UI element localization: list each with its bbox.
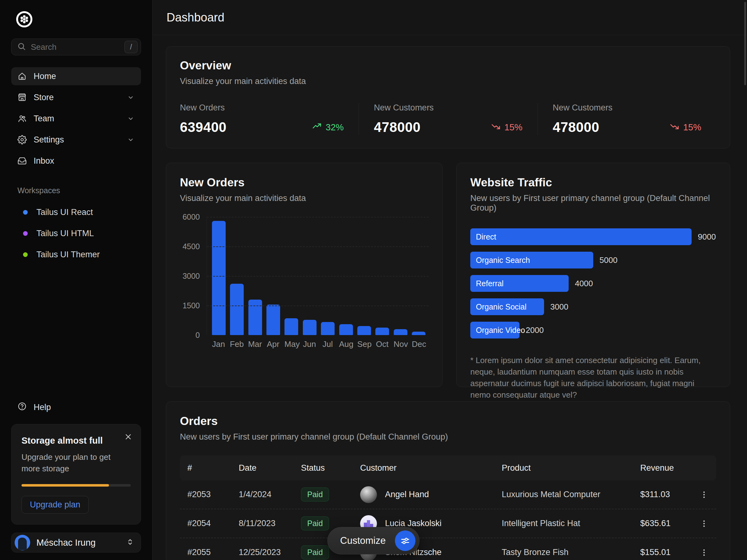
- workspace-label: Tailus UI HTML: [36, 229, 94, 238]
- y-tick-label: 4500: [182, 242, 200, 251]
- stat-new-orders: New Orders 639400 32%: [180, 103, 359, 135]
- gridline: [207, 305, 429, 306]
- stat-value: 478000: [374, 119, 420, 135]
- x-tick-label: Jan: [212, 340, 225, 349]
- x-tick-label: Sep: [357, 340, 371, 349]
- chart-bar[interactable]: [230, 284, 244, 335]
- order-date: 8/11/2023: [239, 518, 301, 528]
- sidebar-item-home[interactable]: Home: [11, 67, 141, 85]
- row-menu-icon[interactable]: [687, 548, 709, 557]
- workspace-dot-purple: [23, 231, 28, 236]
- y-tick-label: 0: [196, 331, 200, 340]
- traffic-bar-label: Organic Video: [476, 326, 525, 335]
- trending-up-icon: [312, 121, 322, 133]
- col-id: #: [187, 463, 239, 473]
- sidebar: / Home Store: [0, 0, 153, 560]
- traffic-bar[interactable]: Organic Video: [470, 322, 519, 339]
- chart-bar[interactable]: [284, 318, 298, 335]
- customize-button[interactable]: Customize: [328, 527, 419, 554]
- table-row[interactable]: #2054 8/11/2023 Paid Lucia Jaskolski Int…: [180, 509, 716, 538]
- x-tick-label: Nov: [394, 340, 407, 349]
- col-date: Date: [239, 463, 301, 473]
- stat-trend: 32%: [312, 121, 344, 133]
- sidebar-item-team[interactable]: Team: [11, 109, 141, 128]
- product-name: Intelligent Plastic Hat: [502, 518, 640, 528]
- sidebar-item-label: Settings: [34, 135, 64, 145]
- traffic-bar[interactable]: Referral: [470, 275, 569, 292]
- chart-bar[interactable]: [321, 322, 335, 335]
- storage-alert-title: Storage almost full: [22, 435, 131, 446]
- table-header: # Date Status Customer Product Revenue: [180, 455, 716, 480]
- search-shortcut-key: /: [125, 41, 137, 53]
- storage-alert-card: Storage almost full Upgrade your plan to…: [11, 424, 141, 525]
- orders-card: Orders New users by First user primary c…: [166, 401, 730, 560]
- overview-subtitle: Visualize your main activities data: [180, 77, 716, 86]
- home-icon: [18, 72, 27, 81]
- chart-bar[interactable]: [394, 329, 407, 335]
- chart-bar[interactable]: [376, 328, 389, 335]
- dashboard-page: / Home Store: [0, 0, 747, 560]
- sidebar-item-label: Team: [34, 114, 54, 124]
- workspace-item-tailus-ui-react[interactable]: Tailus UI React: [11, 204, 141, 220]
- chevron-down-icon: [127, 93, 135, 101]
- sidebar-item-inbox[interactable]: Inbox: [11, 152, 141, 170]
- storage-progress-bar: [22, 484, 131, 486]
- scrollbar-thumb[interactable]: [744, 2, 746, 85]
- x-tick-label: Jul: [321, 340, 335, 349]
- workspaces-heading: Workspaces: [18, 186, 141, 195]
- workspace-item-tailus-ui-html[interactable]: Tailus UI HTML: [11, 225, 141, 242]
- new-orders-chart-title: New Orders: [180, 176, 429, 189]
- sidebar-item-store[interactable]: Store: [11, 88, 141, 106]
- table-row[interactable]: #2055 12/25/2023 Paid Shem Nitzsche Tast…: [180, 538, 716, 560]
- revenue-value: $155.01: [640, 548, 687, 557]
- chart-bar[interactable]: [303, 320, 316, 335]
- x-tick-label: Dec: [412, 340, 426, 349]
- trending-down-icon: [491, 121, 501, 133]
- stat-label: New Customers: [374, 103, 522, 113]
- col-product: Product: [502, 463, 640, 473]
- close-icon[interactable]: [124, 432, 133, 441]
- user-menu[interactable]: Méschac Irung: [11, 533, 141, 553]
- stat-value: 478000: [553, 119, 599, 135]
- order-id: #2054: [187, 518, 239, 528]
- stat-label: New Orders: [180, 103, 344, 113]
- workspace-dot-green: [23, 252, 28, 257]
- search-icon: [17, 42, 26, 52]
- row-menu-icon[interactable]: [687, 519, 709, 528]
- chart-bar[interactable]: [412, 331, 426, 335]
- search-input[interactable]: [30, 42, 120, 52]
- help-button[interactable]: Help: [11, 399, 141, 416]
- chart-bar[interactable]: [248, 300, 262, 335]
- stat-label: New Customers: [553, 103, 701, 113]
- app-logo-icon[interactable]: [16, 10, 33, 28]
- y-tick-label: 1500: [182, 301, 200, 310]
- traffic-bar[interactable]: Organic Search: [470, 252, 593, 268]
- chart-bar[interactable]: [212, 221, 226, 335]
- traffic-bar[interactable]: Direct: [470, 229, 692, 245]
- main-content: Overview Visualize your main activities …: [153, 35, 747, 560]
- gridline: [207, 276, 429, 276]
- traffic-bar-label: Referral: [476, 279, 504, 288]
- status-badge: Paid: [301, 545, 329, 559]
- x-tick-label: Aug: [339, 340, 353, 349]
- row-menu-icon[interactable]: [687, 490, 709, 499]
- traffic-bar[interactable]: Organic Social: [470, 298, 544, 315]
- sliders-icon: [395, 530, 415, 551]
- chart-bar[interactable]: [266, 304, 280, 335]
- search-box: /: [11, 38, 141, 55]
- order-id: #2055: [187, 548, 239, 557]
- website-traffic-card: Website Traffic New users by First user …: [456, 163, 730, 387]
- chart-bar[interactable]: [339, 324, 353, 335]
- traffic-footnote: * Lorem ipsum dolor sit amet consectetur…: [470, 355, 716, 401]
- workspace-item-tailus-ui-themer[interactable]: Tailus UI Themer: [11, 246, 141, 263]
- product-name: Tasty Bronze Fish: [502, 548, 640, 557]
- website-traffic-subtitle: New users by First user primary channel …: [470, 193, 716, 213]
- product-name: Luxurious Metal Computer: [502, 490, 640, 499]
- upgrade-plan-button[interactable]: Upgrade plan: [22, 496, 89, 514]
- overview-title: Overview: [180, 59, 716, 72]
- revenue-value: $311.03: [640, 490, 687, 499]
- table-row[interactable]: #2053 1/4/2024 Paid Angel Hand Luxurious…: [180, 480, 716, 509]
- sidebar-item-settings[interactable]: Settings: [11, 131, 141, 149]
- chart-bar[interactable]: [357, 326, 371, 335]
- status-badge: Paid: [301, 487, 329, 502]
